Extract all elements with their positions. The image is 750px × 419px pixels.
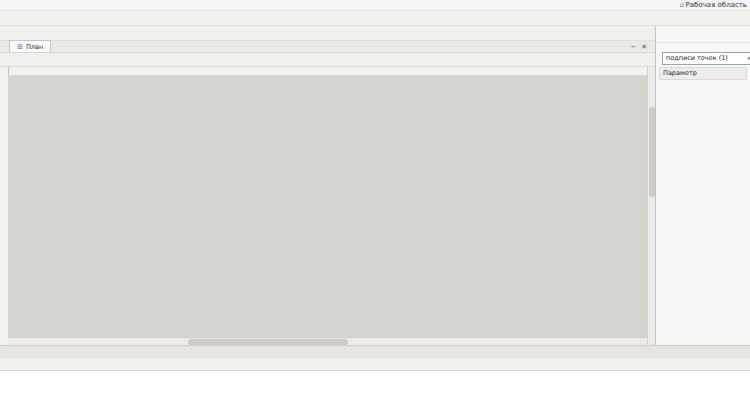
plan-toolbar: [0, 53, 655, 67]
close-button[interactable]: ✕: [641, 43, 647, 51]
properties-panel: подписи точек (1) ▾ Параметр: [655, 26, 750, 345]
credo-gnss-application: { "menu": { "items": ["Файл","Правка","В…: [0, 0, 750, 419]
table-toolbar: [0, 358, 750, 371]
plan-tab-label: План: [26, 43, 43, 51]
document-tab-bar: ⊞ План − ✕: [0, 41, 655, 53]
minimize-button[interactable]: −: [630, 43, 636, 51]
vectors-table: [0, 371, 750, 419]
plan-window-controls: − ✕: [630, 43, 647, 51]
horizontal-ruler: [8, 67, 647, 75]
tab-plan[interactable]: ⊞ План: [9, 40, 51, 52]
workspace-label: Рабочая область: [686, 1, 747, 9]
plan-icon: ⊞: [17, 43, 23, 51]
properties-panel-toolbar: [656, 26, 750, 43]
plan-map-canvas[interactable]: [8, 75, 647, 337]
main-toolbar-row1: [0, 11, 750, 26]
menu-bar: ⌂ Рабочая область: [0, 0, 750, 11]
parameter-grid-header: Параметр: [659, 67, 747, 80]
main-toolbar-row2: [0, 26, 655, 41]
point-labels-dropdown-value: подписи точек (1): [666, 54, 728, 62]
workspace-button[interactable]: ⌂ Рабочая область: [679, 1, 750, 9]
data-view-tabs: [0, 345, 750, 358]
point-labels-dropdown[interactable]: подписи точек (1) ▾: [662, 52, 750, 65]
home-icon: ⌂: [679, 1, 683, 9]
